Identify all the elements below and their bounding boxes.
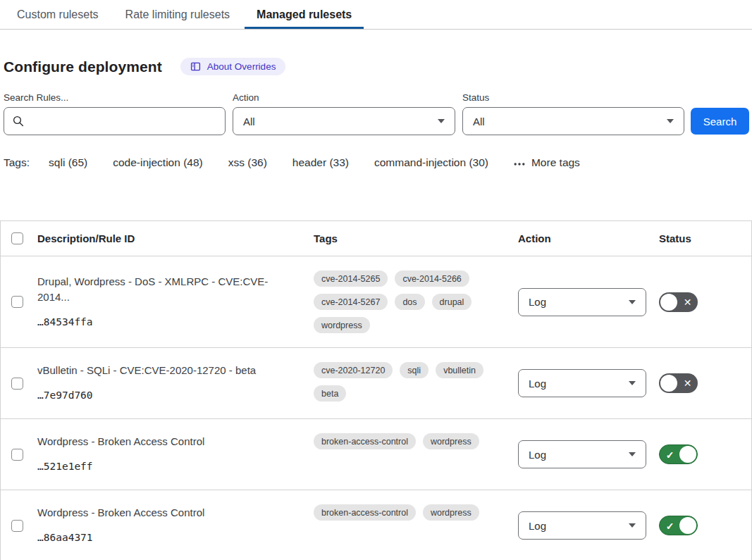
column-header-action: Action xyxy=(518,232,659,244)
row-action-select[interactable]: Log xyxy=(518,369,646,397)
status-toggle[interactable]: ✕ ✓ xyxy=(659,292,698,312)
status-toggle[interactable]: ✕ ✓ xyxy=(659,373,698,393)
toggle-knob xyxy=(679,517,696,534)
row-rule-id: …521e1eff xyxy=(37,458,300,475)
rules-table: Description/Rule ID Tags Action Status D… xyxy=(0,220,752,560)
check-icon: ✓ xyxy=(660,516,679,536)
heading-row: Configure deployment About Overrides xyxy=(4,58,752,75)
tab-managed-rulesets[interactable]: Managed rulesets xyxy=(245,0,364,29)
filters-row: Search Rules... Action All Status All Se… xyxy=(4,92,749,135)
status-filter-value: All xyxy=(473,116,485,127)
row-rule-id: …86aa4371 xyxy=(37,529,300,546)
tag-pill: cve-2020-12720 xyxy=(314,362,393,378)
check-icon: ✓ xyxy=(660,445,679,465)
row-description-cell: Drupal, Wordpress - DoS - XMLRPC - CVE:C… xyxy=(35,259,314,345)
chevron-down-icon xyxy=(438,119,445,123)
chevron-down-icon xyxy=(629,523,636,528)
chevron-down-icon xyxy=(629,381,636,385)
tag-filter-code-injection[interactable]: code-injection (48) xyxy=(113,156,203,169)
action-filter-value: All xyxy=(243,116,255,127)
page-title: Configure deployment xyxy=(4,58,162,75)
tag-filter-xss[interactable]: xss (36) xyxy=(228,156,267,169)
tag-pill: cve-2014-5267 xyxy=(314,294,388,310)
row-description-cell: vBulletin - SQLi - CVE:CVE-2020-12720 - … xyxy=(35,348,314,418)
row-tags: broken-access-control wordpress xyxy=(314,490,518,560)
table-row: Drupal, Wordpress - DoS - XMLRPC - CVE:C… xyxy=(1,256,751,348)
tag-pill: dos xyxy=(395,294,424,310)
row-rule-id: …7e97d760 xyxy=(37,387,300,404)
search-button[interactable]: Search xyxy=(691,108,749,135)
tag-pill: sqli xyxy=(400,362,429,378)
row-checkbox[interactable] xyxy=(11,449,23,461)
tag-pill: broken-access-control xyxy=(314,504,416,521)
about-overrides-badge[interactable]: About Overrides xyxy=(180,58,286,75)
status-field: Status All xyxy=(462,92,691,135)
row-checkbox[interactable] xyxy=(11,378,23,390)
more-tags-label: More tags xyxy=(531,156,580,169)
book-icon xyxy=(190,61,201,72)
x-icon: ✕ xyxy=(678,292,697,312)
column-header-tags: Tags xyxy=(314,232,518,244)
more-tags-button[interactable]: More tags xyxy=(514,156,580,169)
x-icon: ✕ xyxy=(678,373,697,393)
row-description: Wordpress - Broken Access Control xyxy=(37,434,300,449)
table-body: Drupal, Wordpress - DoS - XMLRPC - CVE:C… xyxy=(1,256,751,560)
row-action-value: Log xyxy=(529,520,546,532)
chevron-down-icon xyxy=(629,452,636,456)
search-label: Search Rules... xyxy=(4,92,233,103)
tag-pill: wordpress xyxy=(423,504,479,521)
action-filter-select[interactable]: All xyxy=(233,107,455,135)
row-tags: cve-2020-12720 sqli vbulletin beta xyxy=(314,348,518,418)
tag-pill: wordpress xyxy=(423,433,479,449)
row-description-cell: Wordpress - Broken Access Control …86aa4… xyxy=(35,490,314,560)
row-action-value: Log xyxy=(529,296,546,308)
table-row: Wordpress - Broken Access Control …86aa4… xyxy=(1,490,751,560)
status-filter-select[interactable]: All xyxy=(462,107,684,135)
row-action-select[interactable]: Log xyxy=(518,511,646,540)
chevron-down-icon xyxy=(667,119,674,123)
tab-bar: Custom rulesets Rate limiting rulesets M… xyxy=(0,0,752,30)
tab-rate-limiting-rulesets[interactable]: Rate limiting rulesets xyxy=(113,0,242,29)
tag-pill: cve-2014-5266 xyxy=(395,270,469,287)
tag-pill: beta xyxy=(314,385,346,402)
action-field: Action All xyxy=(233,92,462,135)
tag-pill: broken-access-control xyxy=(314,433,416,449)
tags-bar-label: Tags: xyxy=(4,156,30,169)
tag-filter-sqli[interactable]: sqli (65) xyxy=(49,156,87,169)
toggle-knob xyxy=(679,446,696,463)
row-rule-id: …84534ffa xyxy=(37,313,300,330)
tag-pill: cve-2014-5265 xyxy=(314,270,388,287)
tag-filter-header[interactable]: header (33) xyxy=(292,156,349,169)
search-icon xyxy=(12,115,25,130)
tag-filter-command-injection[interactable]: command-injection (30) xyxy=(374,156,488,169)
search-input[interactable] xyxy=(4,107,226,135)
ellipsis-icon xyxy=(514,156,525,169)
column-header-status: Status xyxy=(659,232,751,244)
column-header-description: Description/Rule ID xyxy=(35,232,314,244)
row-description-cell: Wordpress - Broken Access Control …521e1… xyxy=(35,419,314,490)
tag-pill: vbulletin xyxy=(436,362,483,378)
status-toggle[interactable]: ✕ ✓ xyxy=(659,516,698,535)
about-overrides-label: About Overrides xyxy=(207,61,276,72)
tag-pill: drupal xyxy=(432,294,472,310)
status-toggle[interactable]: ✕ ✓ xyxy=(659,444,698,464)
search-field: Search Rules... xyxy=(4,92,233,135)
row-tags: cve-2014-5265 cve-2014-5266 cve-2014-526… xyxy=(314,256,518,347)
status-label: Status xyxy=(462,92,691,103)
tags-bar: Tags: sqli (65) code-injection (48) xss … xyxy=(4,156,752,169)
row-tags: broken-access-control wordpress xyxy=(314,419,518,490)
row-action-value: Log xyxy=(529,449,546,461)
row-action-select[interactable]: Log xyxy=(518,288,646,316)
row-action-select[interactable]: Log xyxy=(518,440,646,468)
table-row: vBulletin - SQLi - CVE:CVE-2020-12720 - … xyxy=(1,348,751,419)
table-row: Wordpress - Broken Access Control …521e1… xyxy=(1,419,751,490)
select-all-checkbox[interactable] xyxy=(11,232,23,244)
row-description: Drupal, Wordpress - DoS - XMLRPC - CVE:C… xyxy=(37,274,300,305)
table-header-row: Description/Rule ID Tags Action Status xyxy=(1,221,751,256)
toggle-knob xyxy=(660,375,677,392)
action-label: Action xyxy=(233,92,462,103)
row-checkbox[interactable] xyxy=(11,296,23,308)
tab-custom-rulesets[interactable]: Custom rulesets xyxy=(5,0,111,29)
row-checkbox[interactable] xyxy=(11,520,23,532)
chevron-down-icon xyxy=(629,300,636,304)
